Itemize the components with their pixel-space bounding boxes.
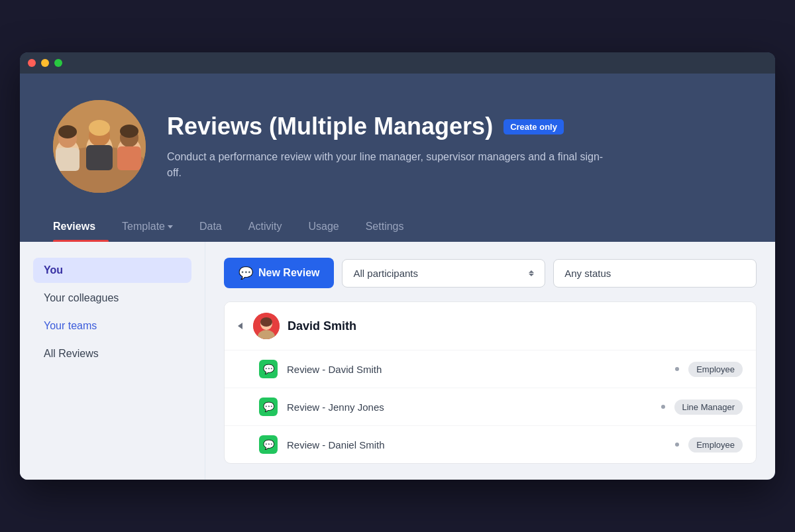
reviews-toolbar: 💬 New Review All participants Any status xyxy=(224,258,757,288)
svg-rect-14 xyxy=(53,100,146,193)
spinner-icon xyxy=(529,270,534,276)
role-badge-employee: Employee xyxy=(688,362,743,377)
nav-tabs: Reviews Template Data Activity Usage Set… xyxy=(53,214,742,242)
dot-separator xyxy=(675,443,679,447)
list-item[interactable]: 💬 Review - David Smith Employee xyxy=(225,350,756,388)
sidebar-item-your-colleagues[interactable]: Your colleagues xyxy=(33,286,191,311)
create-only-badge: Create only xyxy=(504,119,564,134)
role-badge-employee: Employee xyxy=(688,437,743,452)
close-button[interactable] xyxy=(28,59,36,67)
review-chat-icon: 💬 xyxy=(259,435,278,454)
reviewer-header[interactable]: David Smith xyxy=(225,302,756,350)
dot-separator xyxy=(661,405,665,409)
titlebar xyxy=(20,52,775,74)
status-select[interactable]: Any status xyxy=(553,259,757,288)
review-item-name: Review - Daniel Smith xyxy=(287,439,666,451)
page-title: Reviews (Multiple Managers) xyxy=(167,112,493,140)
chevron-down-icon xyxy=(168,225,173,229)
new-review-icon: 💬 xyxy=(238,266,253,280)
main-content: You Your colleagues Your teams All Revie… xyxy=(20,242,775,480)
list-item[interactable]: 💬 Review - Daniel Smith Employee xyxy=(225,425,756,463)
review-chat-icon: 💬 xyxy=(259,360,278,378)
sidebar-item-you[interactable]: You xyxy=(33,258,191,283)
sidebar-item-all-reviews[interactable]: All Reviews xyxy=(33,341,191,366)
new-review-button[interactable]: 💬 New Review xyxy=(224,258,334,288)
review-item-name: Review - Jenny Jones xyxy=(287,401,652,413)
avatar xyxy=(53,100,146,193)
tab-template[interactable]: Template xyxy=(109,214,186,242)
chevron-reviewer-icon xyxy=(238,323,242,329)
header-text: Reviews (Multiple Managers) Create only … xyxy=(167,112,742,180)
header-description: Conduct a performance review with your l… xyxy=(167,149,617,181)
tab-reviews[interactable]: Reviews xyxy=(53,214,109,242)
tab-activity[interactable]: Activity xyxy=(235,214,295,242)
participants-select[interactable]: All participants xyxy=(342,259,545,288)
reviews-list: David Smith 💬 Review - David Smith Emplo… xyxy=(224,301,757,464)
tab-settings[interactable]: Settings xyxy=(352,214,417,242)
maximize-button[interactable] xyxy=(54,59,62,67)
list-item[interactable]: 💬 Review - Jenny Jones Line Manager xyxy=(225,388,756,425)
tab-data[interactable]: Data xyxy=(186,214,235,242)
reviewer-avatar xyxy=(253,313,280,339)
tab-usage[interactable]: Usage xyxy=(295,214,352,242)
minimize-button[interactable] xyxy=(41,59,49,67)
svg-point-18 xyxy=(260,317,272,327)
reviewer-name: David Smith xyxy=(288,319,356,333)
review-item-name: Review - David Smith xyxy=(287,364,666,375)
header-title-row: Reviews (Multiple Managers) Create only xyxy=(167,112,742,140)
dot-separator xyxy=(675,367,679,371)
sidebar-item-your-teams[interactable]: Your teams xyxy=(33,313,191,339)
reviews-pane: 💬 New Review All participants Any status xyxy=(205,242,775,480)
header-content: Reviews (Multiple Managers) Create only … xyxy=(53,100,742,193)
review-chat-icon: 💬 xyxy=(259,398,278,416)
sidebar: You Your colleagues Your teams All Revie… xyxy=(20,242,205,480)
header: Reviews (Multiple Managers) Create only … xyxy=(20,74,775,242)
app-window: Reviews (Multiple Managers) Create only … xyxy=(20,52,775,480)
role-badge-line-manager: Line Manager xyxy=(674,399,743,415)
